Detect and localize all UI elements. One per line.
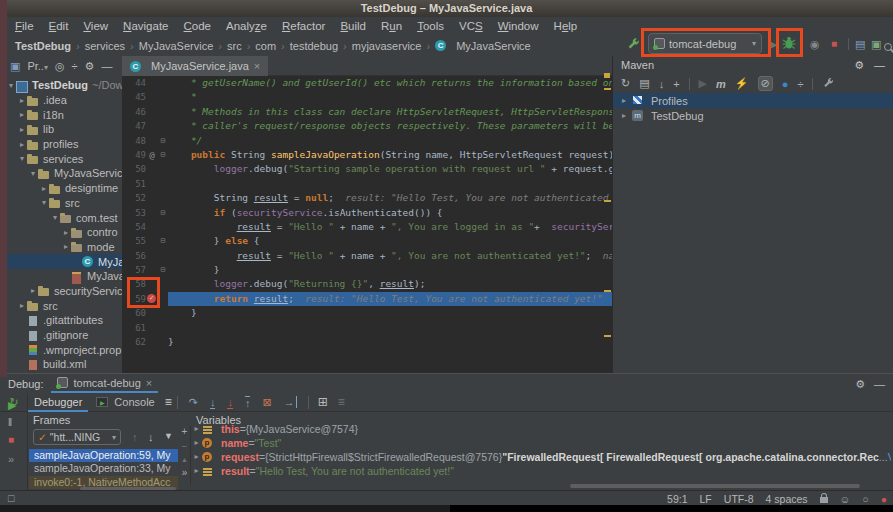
tree-item-src[interactable]: ▸src — [0, 298, 122, 313]
locate-file-icon[interactable]: ◎ — [55, 60, 65, 73]
code-line-50[interactable]: 50 logger.debug("Starting sample operati… — [122, 162, 612, 176]
skip-tests-icon[interactable]: ⊘ — [758, 76, 773, 91]
tree-item-idea[interactable]: ▸.idea — [0, 93, 122, 108]
tab-debugger[interactable]: Debugger — [28, 393, 88, 412]
maven-node-testdebug[interactable]: ▸TestDebug — [613, 108, 893, 123]
menu-item-edit[interactable]: Edit — [49, 20, 69, 32]
code-line-61[interactable]: 61 — [122, 321, 612, 335]
offline-mode-icon[interactable]: ⚡ — [735, 77, 749, 90]
more-actions-icon[interactable]: » — [8, 453, 14, 465]
tree-expand-arrow[interactable]: ▾ — [50, 213, 60, 222]
fold-marker-icon[interactable]: ⊟ — [158, 263, 168, 277]
collapse-all-icon[interactable]: ÷ — [72, 60, 78, 72]
code-line-57[interactable]: 57⊟ } — [122, 263, 612, 277]
menu-item-vcs[interactable]: VCS — [459, 20, 483, 32]
menu-item-tools[interactable]: Tools — [417, 20, 444, 32]
tab-console[interactable]: Console — [108, 393, 160, 412]
code-line-44[interactable]: 44 * getUserName() and getUserId() etc w… — [122, 76, 612, 90]
filter-frames-icon[interactable]: ▼ — [164, 431, 173, 441]
variable-row-this[interactable]: ▸this = {MyJavaService@7574} — [191, 422, 891, 436]
run-button[interactable]: ▶ — [769, 38, 777, 51]
step-over-icon[interactable]: ↷ — [189, 396, 198, 409]
tree-expand-arrow[interactable]: ▾ — [17, 154, 27, 163]
fold-marker-icon[interactable]: ⊟ — [158, 234, 168, 248]
force-step-into-icon[interactable]: ↓ — [227, 396, 233, 409]
tree-expand-arrow[interactable]: ▾ — [39, 198, 49, 207]
profiler-button[interactable]: ◉ — [810, 38, 820, 51]
run-goal-icon[interactable]: ▶ — [699, 77, 707, 90]
code-line-45[interactable]: 45 * — [122, 90, 612, 104]
tree-expand-arrow[interactable]: ▸ — [17, 301, 27, 310]
settings-layout-icon[interactable]: ≡ — [338, 395, 345, 409]
fold-marker-icon[interactable]: ⊟ — [158, 134, 168, 148]
tree-item-profiles[interactable]: ▸profiles — [0, 137, 122, 152]
layout-options-icon[interactable]: ≡ — [165, 395, 172, 409]
hector-inspections-icon[interactable]: ☺ — [840, 493, 851, 505]
tree-expand-arrow[interactable]: ▸ — [619, 111, 629, 120]
menu-item-help[interactable]: Help — [554, 20, 578, 32]
code-line-53[interactable]: 53⊟ if (securityService.isAuthenticated(… — [122, 206, 612, 220]
menu-item-navigate[interactable]: Navigate — [123, 20, 168, 32]
gear-icon[interactable]: ⚙ — [855, 378, 865, 391]
tree-expand-arrow[interactable]: ▸ — [17, 140, 27, 149]
add-watch-icon[interactable]: + — [182, 426, 188, 437]
debug-session-tab[interactable]: tomcat-debug × — [51, 374, 158, 393]
tree-expand-arrow[interactable]: ▸ — [61, 242, 71, 251]
tree-expand-arrow[interactable]: ▸ — [191, 436, 202, 450]
tree-item-i18n[interactable]: ▸i18n — [0, 107, 122, 122]
file-encoding[interactable]: UTF-8 — [724, 493, 754, 505]
editor-tab[interactable]: MyJavaService.java × — [122, 56, 268, 76]
drop-frame-icon[interactable]: ⊠ — [262, 396, 271, 409]
code-line-48[interactable]: 48⊟ */ — [122, 134, 612, 148]
tab-close-icon[interactable]: × — [254, 60, 260, 72]
tab-close-icon[interactable]: × — [146, 377, 152, 389]
frame-down-icon[interactable]: ↓ — [148, 431, 154, 443]
tree-item-myjavas[interactable]: MyJavaS — [0, 269, 122, 284]
code-line-47[interactable]: 47 * caller's request/response objects r… — [122, 119, 612, 133]
project-panel-title[interactable]: Pr..▾ — [27, 60, 48, 72]
thread-selector[interactable]: ✓ "htt...NING ▾ — [33, 429, 121, 445]
tree-item-wmprojectprop[interactable]: .wmproject.prop — [0, 342, 122, 357]
stack-frame[interactable]: sampleJavaOperation:33, My — [29, 462, 178, 475]
debug-button-bug-icon[interactable] — [781, 35, 797, 51]
breadcrumb-item[interactable]: MyJavaService — [456, 40, 531, 52]
tree-item-designtime[interactable]: ▸designtime — [0, 181, 122, 196]
code-line-52[interactable]: 52 String result = null; result: "Hello … — [122, 191, 612, 205]
run-to-cursor-icon[interactable]: → — [284, 396, 297, 408]
tree-expand-arrow[interactable]: ▾ — [6, 81, 16, 90]
project-structure-button[interactable]: ▤ — [855, 38, 865, 51]
tree-expand-arrow[interactable]: ▸ — [191, 422, 202, 436]
move-up-icon[interactable]: ▲ — [181, 456, 188, 463]
readonly-lock-icon[interactable] — [820, 497, 828, 503]
frame-up-icon[interactable]: ↑ — [132, 431, 138, 443]
hide-panel-icon[interactable]: — — [874, 59, 885, 71]
generate-sources-icon[interactable]: ▤ — [639, 77, 649, 90]
code-line-56[interactable]: 56 result = "Hello " + name + ", You are… — [122, 249, 612, 263]
add-profile-icon[interactable]: + — [673, 78, 679, 90]
tree-item-comtest[interactable]: ▾com.test — [0, 210, 122, 225]
menu-item-view[interactable]: View — [83, 20, 108, 32]
tree-expand-arrow[interactable]: ▸ — [17, 125, 27, 134]
tree-item-gitignore[interactable]: .gitignore — [0, 328, 122, 343]
evaluate-expression-icon[interactable]: ⊞ — [318, 395, 328, 409]
variables-hscrollbar[interactable] — [570, 484, 860, 488]
caret-position[interactable]: 59:1 — [667, 493, 687, 505]
code-line-55[interactable]: 55⊟ } else { — [122, 234, 612, 248]
code-line-46[interactable]: 46 * Methods in this class can declare H… — [122, 105, 612, 119]
fold-marker-icon[interactable]: ⊟ — [158, 148, 168, 162]
tree-expand-arrow[interactable]: ▸ — [39, 184, 49, 193]
breadcrumb-item[interactable]: TestDebug — [15, 40, 71, 52]
error-indicator-icon[interactable]: ● — [881, 493, 887, 505]
line-separator[interactable]: LF — [700, 493, 712, 505]
step-out-icon[interactable]: ↑ — [245, 396, 251, 409]
tree-item-gitattributes[interactable]: .gitattributes — [0, 313, 122, 328]
hide-panel-icon[interactable]: — — [101, 60, 112, 72]
variable-row-name[interactable]: ▸name = "Test" — [191, 436, 891, 450]
maven-node-profiles[interactable]: ▸Profiles — [613, 93, 893, 108]
remove-watch-icon[interactable]: − — [182, 441, 188, 452]
menu-item-build[interactable]: Build — [340, 20, 366, 32]
tree-expand-arrow[interactable]: ▸ — [28, 286, 38, 295]
code-line-49[interactable]: 49@⊟ public String sampleJavaOperation(S… — [122, 148, 612, 162]
expand-collapse-icon[interactable]: ÷ — [797, 78, 803, 90]
tree-expand-arrow[interactable]: ▾ — [28, 169, 38, 178]
